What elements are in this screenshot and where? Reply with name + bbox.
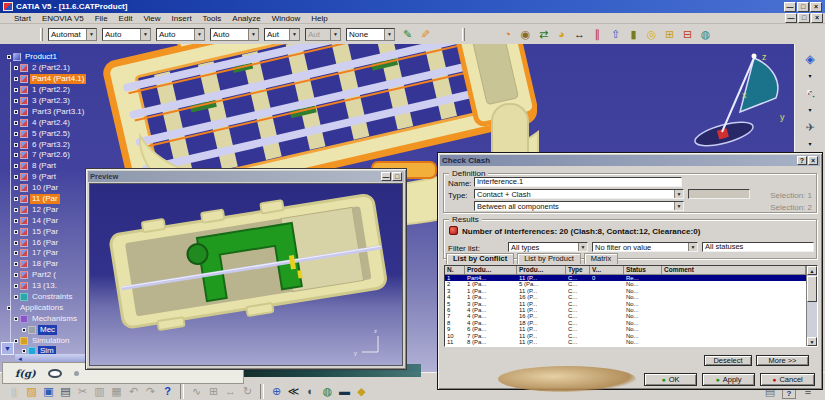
window-icon[interactable]: ⊞ [662,27,677,42]
tree-item-label[interactable]: Product1 [23,52,59,62]
table-row[interactable]: 12 9 (Pa... 11 (P... C... No... [445,345,806,346]
col-header[interactable]: Comment [662,266,806,275]
compass-icon[interactable]: ⇧ [608,27,623,42]
scroll-down-icon[interactable]: ▼ [807,337,817,346]
comment-icon[interactable] [48,369,62,378]
cut-icon[interactable]: ✂ [74,383,91,399]
tree-node-connector[interactable] [7,306,11,310]
lock-icon[interactable]: ▮ [626,27,641,42]
tree-scroll-down-arrow[interactable]: ▼ [1,342,14,355]
type-dropdown[interactable]: Contact + Clash ▼ [474,189,684,199]
clash-icon[interactable]: ∥ [590,27,605,42]
snapshot-icon[interactable]: ◉ [518,27,533,42]
chevron-down-icon[interactable]: ▼ [140,29,150,40]
select-cursor-icon[interactable]: ↖ [802,86,818,100]
chevron-down-icon[interactable]: ▼ [688,243,697,251]
tree-item-label[interactable]: 11 (Par [30,194,60,204]
tree-item[interactable]: Product1 [2,52,252,63]
group-arrow-icon[interactable]: ▾ [802,141,818,147]
tree-item-label[interactable]: 7 (Part2.6) [30,150,72,160]
tree-item-label[interactable]: 12 (Par [30,205,60,215]
scroll-left-icon[interactable]: ◄ [15,356,23,362]
tree-node-connector[interactable] [14,143,18,147]
deselect-button[interactable]: Deselect [704,355,752,366]
menu-item[interactable]: View [143,14,160,23]
tree-item[interactable]: 2 (Part2.1) [2,63,252,74]
scrollbar-thumb[interactable] [807,276,817,302]
tree-node-connector[interactable] [14,186,18,190]
tree-node-connector[interactable] [14,197,18,201]
render-style-icon[interactable]: ◍ [319,383,336,399]
tree-node-connector[interactable] [22,349,26,353]
zoom-area-icon[interactable]: ⊕ [268,383,285,399]
col-header[interactable]: N. [445,266,465,275]
col-header[interactable]: Type [566,266,590,275]
menu-item[interactable]: ENOVIA V5 [42,14,84,23]
link-icon[interactable]: ⊟ [680,27,695,42]
whats-this-icon[interactable]: ? [159,383,176,399]
menu-item[interactable]: Analyze [232,14,260,23]
tree-item-label[interactable]: Mec [38,325,57,335]
graph-tree-icon[interactable]: ◆ [353,383,370,399]
menu-item[interactable]: Help [311,14,327,23]
toolbar-dropdown[interactable]: Auto ▼ [102,28,151,41]
measure-thickness-icon[interactable]: ↔ [572,27,587,42]
cancel-button[interactable]: ● Cancel [760,373,815,386]
paste-icon[interactable]: ▦ [108,383,125,399]
open-icon[interactable]: ▨ [23,383,40,399]
close-button[interactable]: × [810,2,822,12]
knowledge-dot-icon[interactable] [74,371,79,376]
tree-item[interactable]: 1 (Part2.2) [2,85,252,96]
save-icon[interactable]: ▣ [40,383,57,399]
tree-node-connector[interactable] [14,110,18,114]
workbench-icon[interactable]: ◈ [802,52,818,66]
menu-item[interactable]: Insert [172,14,192,23]
print-icon[interactable]: ▤ [57,383,74,399]
tree-item-label[interactable]: 8 (Part [30,161,58,171]
tree-item-label[interactable]: Simulation [30,336,71,346]
tree-item[interactable]: Part3 (Part3.1) [2,106,252,117]
redo-icon[interactable]: ↷ [142,383,159,399]
tree-item-label[interactable]: 17 (Par [30,248,60,258]
toolbar-drag-handle[interactable] [462,28,465,41]
tree-item-label[interactable]: 10 (Par [30,183,60,193]
tree-item-label[interactable]: Part3 (Part3.1) [30,107,86,117]
toolbar-dropdown[interactable]: Aut ▼ [305,28,341,41]
chevron-down-icon[interactable]: ▼ [330,29,340,40]
apply-button[interactable]: ● Apply [702,373,755,386]
tree-item-label[interactable]: 5 (Part2.5) [30,129,72,139]
formula-icon[interactable]: f(g) [15,368,36,379]
normal-view-icon[interactable]: ◐ [302,383,319,399]
rewind-icon[interactable]: ≪ [285,383,302,399]
measure-between-icon[interactable]: ⇄ [536,27,551,42]
tree-node-connector[interactable] [14,251,18,255]
tree-node-connector[interactable] [14,88,18,92]
tree-node-connector[interactable] [14,153,18,157]
tree-node-connector[interactable] [14,295,18,299]
tree-item-label[interactable]: 1 (Part2.2) [30,85,72,95]
tree-item-label[interactable]: Mechanisms [30,314,79,324]
dialog-help-button[interactable]: ? [797,156,807,165]
menu-item[interactable]: Start [14,14,31,23]
toolbar-dropdown[interactable]: Auto ▼ [156,28,205,41]
preview-maximize-button[interactable]: □ [392,172,402,181]
hide-show-icon[interactable]: ◎ [644,27,659,42]
filter-status-field[interactable]: All statuses [702,242,814,252]
preview-viewport[interactable]: z y [89,183,403,366]
doc-restore-button[interactable]: □ [798,13,810,23]
filter-types-dropdown[interactable]: All types ▼ [508,242,588,252]
filter-value-dropdown[interactable]: No filter on value ▼ [592,242,698,252]
dialog-close-button[interactable]: × [808,156,818,165]
fit-all-icon[interactable]: ⊞ [205,383,222,399]
tree-item[interactable]: 3 (Part2.3) [2,96,252,107]
toolbar-dropdown[interactable]: Aut ▼ [264,28,300,41]
tree-item-label[interactable]: Constraints [30,292,74,302]
menu-item[interactable]: File [95,14,108,23]
col-header[interactable]: V... [590,266,624,275]
tree-node-connector[interactable] [14,273,18,277]
group-arrow-icon[interactable]: ▾ [802,107,818,113]
chevron-down-icon[interactable]: ▼ [248,29,258,40]
tree-item-label[interactable]: 9 (Part [30,172,58,182]
tree-node-connector[interactable] [14,121,18,125]
tree-node-connector[interactable] [14,208,18,212]
